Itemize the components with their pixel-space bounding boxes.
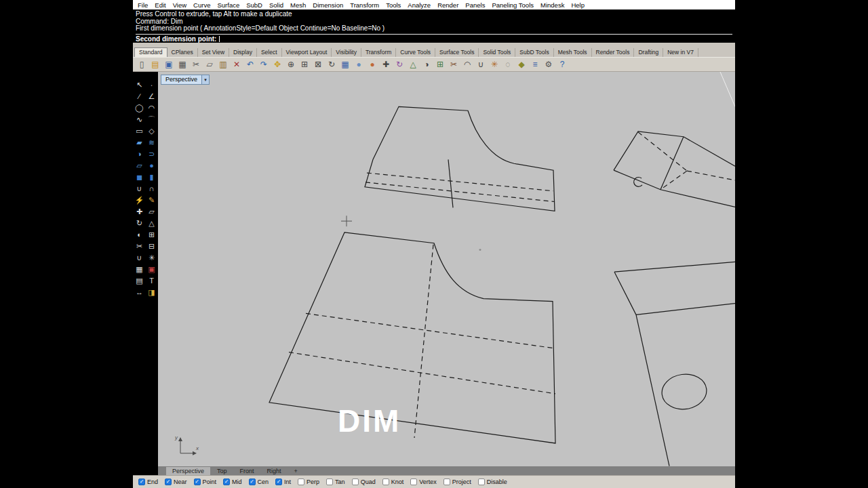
paint-icon[interactable]: ◨ xyxy=(146,287,157,298)
box-icon[interactable]: ◼ xyxy=(134,172,145,182)
viewport-perspective[interactable]: y x Perspective ▾ DIM xyxy=(158,72,735,467)
viewport-tab[interactable]: Perspective xyxy=(166,467,210,475)
rotate-view-icon[interactable]: ↻ xyxy=(326,58,338,70)
polygon-icon[interactable]: ◇ xyxy=(146,126,157,136)
circle-icon[interactable]: ◯ xyxy=(134,103,145,113)
boolean-union-icon[interactable]: ∪ xyxy=(134,184,145,194)
copy-object-icon[interactable]: ▱ xyxy=(146,207,157,217)
osnap-toggle[interactable]: ✓ Disable xyxy=(478,479,507,485)
layers-icon[interactable]: ≡ xyxy=(529,58,541,70)
join-icon[interactable]: ∪ xyxy=(134,253,145,263)
viewport-tab[interactable]: Top xyxy=(211,467,233,475)
save-icon[interactable]: ▣ xyxy=(163,58,175,70)
redo-icon[interactable]: ↷ xyxy=(258,58,270,70)
undo-icon[interactable]: ↶ xyxy=(244,58,256,70)
move-icon[interactable]: ✚ xyxy=(380,58,392,70)
menu-item[interactable]: Panels xyxy=(462,1,488,9)
toolbar-tab[interactable]: CPlanes xyxy=(167,48,198,57)
wireframe-shape-prism[interactable] xyxy=(614,131,735,207)
menu-item[interactable]: Analyze xyxy=(404,1,434,9)
polyline-icon[interactable]: ∠ xyxy=(146,92,157,102)
zoom-icon[interactable]: ⊕ xyxy=(285,58,297,70)
revolve-icon[interactable]: ◑ xyxy=(134,149,145,159)
settings-gear-icon[interactable]: ⚙ xyxy=(542,58,555,70)
viewport-canvas[interactable]: y x xyxy=(158,72,735,467)
open-file-icon[interactable]: ▤ xyxy=(149,58,161,70)
mirror-icon[interactable]: ◐ xyxy=(134,230,145,240)
toolbar-tab[interactable]: Select xyxy=(257,48,282,57)
explode-icon[interactable]: ✳ xyxy=(488,58,500,70)
zoom-window-icon[interactable]: ⊞ xyxy=(298,58,311,70)
toolbar-tab[interactable]: Transform xyxy=(361,48,396,57)
loft-icon[interactable]: ≋ xyxy=(146,138,157,148)
cylinder-icon[interactable]: ▮ xyxy=(146,172,157,182)
toolbar-tab[interactable]: Visibility xyxy=(332,48,361,57)
paste-icon[interactable]: ▥ xyxy=(217,58,229,70)
array-icon[interactable]: ⊞ xyxy=(146,230,157,240)
copy-icon[interactable]: ▱ xyxy=(203,58,216,70)
menu-item[interactable]: Dimension xyxy=(309,1,347,9)
osnap-toggle[interactable]: ✓ Cen xyxy=(249,479,269,485)
menu-item[interactable]: File xyxy=(134,1,151,9)
menu-item[interactable]: Surface xyxy=(214,1,243,9)
wireframe-shape-top[interactable] xyxy=(365,106,555,211)
menu-item[interactable]: Paneling Tools xyxy=(488,1,537,9)
viewport-layout-icon[interactable]: ▦ xyxy=(339,58,351,70)
menu-item[interactable]: Solid xyxy=(266,1,287,9)
osnap-toggle[interactable]: ✓ Near xyxy=(165,479,187,485)
text-icon[interactable]: T xyxy=(146,276,157,286)
menu-item[interactable]: Mesh xyxy=(287,1,309,9)
viewport-title-tab[interactable]: Perspective ▾ xyxy=(161,75,210,85)
mirror-icon[interactable]: ◑ xyxy=(420,58,433,70)
osnap-toggle[interactable]: ✓ Mid xyxy=(223,479,242,485)
extrude-icon[interactable]: ▱ xyxy=(134,161,145,171)
viewport-tab[interactable]: Front xyxy=(234,467,260,475)
menu-item[interactable]: Transform xyxy=(347,1,382,9)
trim-icon[interactable]: ✂ xyxy=(448,58,460,70)
print-icon[interactable]: ▦ xyxy=(176,58,189,70)
fillet-icon[interactable]: ◠ xyxy=(461,58,473,70)
toolbar-tab[interactable]: Display xyxy=(229,48,257,57)
toolbar-tab[interactable]: Drafting xyxy=(634,48,663,57)
toolbar-tab[interactable]: Curve Tools xyxy=(396,48,435,57)
menu-item[interactable]: Mindesk xyxy=(537,1,568,9)
hatch-icon[interactable]: ▤ xyxy=(134,276,145,286)
scale-icon[interactable]: △ xyxy=(146,218,157,228)
move-icon[interactable]: ✚ xyxy=(134,207,145,217)
osnap-toggle[interactable]: ✓ Knot xyxy=(382,479,404,485)
annotate-pencil-icon[interactable]: ✎ xyxy=(146,195,157,205)
toolbar-tab[interactable]: New in V7 xyxy=(663,48,698,57)
rotate-icon[interactable]: ↻ xyxy=(134,218,145,228)
menu-item[interactable]: Help xyxy=(568,1,588,9)
zoom-extents-icon[interactable]: ⊠ xyxy=(312,58,324,70)
osnap-toggle[interactable]: ✓ Perp xyxy=(298,479,319,485)
line-icon[interactable]: ∕ xyxy=(134,92,145,102)
menu-item[interactable]: Tools xyxy=(382,1,404,9)
menu-item[interactable]: Curve xyxy=(190,1,214,9)
arc-icon[interactable]: ◠ xyxy=(146,103,157,113)
lock-icon[interactable]: ◆ xyxy=(515,58,528,70)
hide-icon[interactable]: ◌ xyxy=(502,58,514,70)
sphere-icon[interactable]: ● xyxy=(146,161,157,171)
select-arrow-icon[interactable]: ↖ xyxy=(134,80,145,90)
sweep-icon[interactable]: ⊃ xyxy=(146,149,157,159)
scale-icon[interactable]: △ xyxy=(407,58,419,70)
toolbar-tab[interactable]: Set View xyxy=(198,48,229,57)
delete-icon[interactable]: ✕ xyxy=(231,58,243,70)
menu-item[interactable]: Edit xyxy=(151,1,169,9)
osnap-toggle[interactable]: ✓ Quad xyxy=(352,479,376,485)
osnap-toggle[interactable]: ✓ Tan xyxy=(326,479,345,485)
toolbar-tab[interactable]: Solid Tools xyxy=(479,48,515,57)
viewport-menu-arrow-icon[interactable]: ▾ xyxy=(202,75,210,85)
command-prompt[interactable]: Second dimension point: xyxy=(136,34,732,43)
help-icon[interactable]: ? xyxy=(556,58,568,70)
osnap-toggle[interactable]: ✓ Vertex xyxy=(410,479,437,485)
rotate-icon[interactable]: ↻ xyxy=(393,58,406,70)
render-icon[interactable]: ● xyxy=(366,58,378,70)
block-icon[interactable]: ▣ xyxy=(146,264,157,274)
dimension-icon[interactable]: ↔ xyxy=(134,287,145,298)
join-icon[interactable]: ∪ xyxy=(475,58,487,70)
osnap-toggle[interactable]: ✓ Project xyxy=(443,479,471,485)
osnap-toggle[interactable]: ✓ Point xyxy=(194,479,217,485)
array-icon[interactable]: ⊞ xyxy=(434,58,446,70)
